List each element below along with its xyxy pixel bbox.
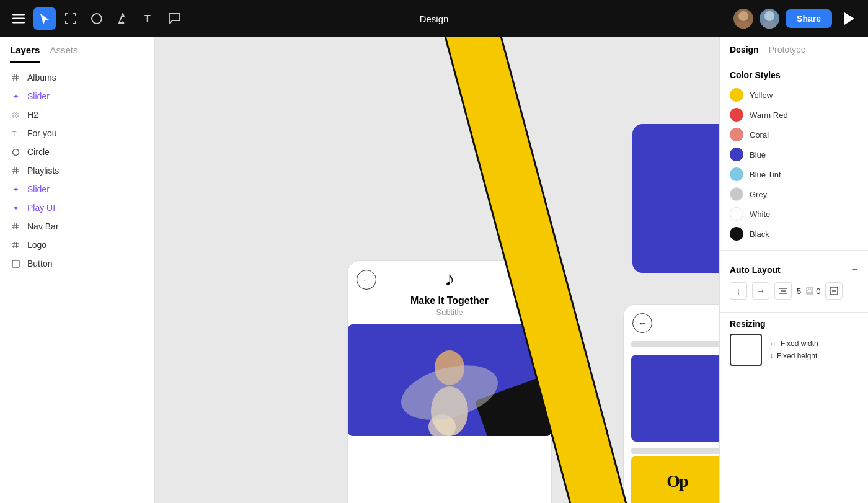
tab-assets[interactable]: Assets bbox=[50, 45, 78, 63]
al-align-icon[interactable] bbox=[774, 282, 792, 300]
comment-tool[interactable] bbox=[164, 7, 186, 30]
toolbar-right: Share bbox=[733, 7, 861, 30]
layer-for-you[interactable]: T For you bbox=[0, 124, 154, 143]
album-art-right-wrapper: ▶ bbox=[631, 355, 719, 442]
frame-tool[interactable] bbox=[60, 7, 82, 30]
resizing-content: ↔ Fixed width ↕ Fixed height bbox=[730, 334, 858, 366]
al-arrow-right[interactable]: → bbox=[752, 282, 769, 300]
circle-tool[interactable] bbox=[86, 7, 108, 30]
color-label-coral: Coral bbox=[750, 130, 769, 140]
layer-for-you-label: For you bbox=[27, 128, 56, 138]
hash-icon-2 bbox=[10, 165, 21, 176]
tab-layers[interactable]: Layers bbox=[10, 45, 40, 63]
pen-tool[interactable] bbox=[112, 7, 134, 30]
mobile-card-right: ← ♪ ▶ Op bbox=[623, 304, 719, 503]
al-wrap-icon[interactable] bbox=[825, 282, 843, 300]
album-art-right: ▶ bbox=[631, 355, 719, 442]
svg-point-8 bbox=[764, 11, 774, 21]
svg-point-3 bbox=[92, 14, 102, 24]
color-row-grey[interactable]: Grey bbox=[720, 184, 868, 204]
layer-nav-bar[interactable]: Nav Bar bbox=[0, 217, 154, 236]
color-row-black[interactable]: Black bbox=[720, 224, 868, 244]
al-gap-number: 5 bbox=[797, 287, 801, 296]
layer-circle[interactable]: Circle bbox=[0, 143, 154, 161]
grey-line-1 bbox=[631, 341, 719, 347]
layer-logo[interactable]: Logo bbox=[0, 236, 154, 254]
layer-albums[interactable]: Albums bbox=[0, 68, 154, 87]
color-row-blue[interactable]: Blue bbox=[720, 145, 868, 164]
small-card-yellow: Op bbox=[631, 456, 719, 503]
main-layout: Layers Assets Albums ✦ Slider H2 bbox=[0, 37, 868, 503]
text-tool[interactable]: T bbox=[138, 7, 160, 30]
swatch-white bbox=[730, 207, 743, 221]
resizing-section: Resizing ↔ Fixed width ↕ Fixed height bbox=[720, 319, 868, 376]
layer-slider-1-label: Slider bbox=[27, 91, 50, 101]
resize-labels: ↔ Fixed width ↕ Fixed height bbox=[769, 339, 818, 360]
color-label-blue-tint: Blue Tint bbox=[750, 170, 781, 179]
svg-line-18 bbox=[16, 112, 17, 118]
menu-icon[interactable] bbox=[7, 7, 30, 30]
al-padding-value: 0 bbox=[806, 287, 820, 296]
background-frame bbox=[632, 124, 719, 273]
tab-prototype[interactable]: Prototype bbox=[769, 45, 806, 61]
fixed-height-row: ↕ Fixed height bbox=[769, 352, 818, 360]
color-row-blue-tint[interactable]: Blue Tint bbox=[720, 164, 868, 184]
hash-icon-4 bbox=[10, 239, 21, 251]
circle-icon bbox=[10, 146, 21, 158]
svg-line-17 bbox=[14, 112, 14, 118]
svg-point-20 bbox=[12, 149, 19, 155]
back-button-left[interactable]: ← bbox=[356, 270, 376, 290]
auto-layout-header: Auto Layout − bbox=[720, 257, 868, 280]
auto-layout-collapse[interactable]: − bbox=[851, 263, 858, 276]
svg-rect-0 bbox=[12, 14, 25, 16]
panel-tabs: Layers Assets bbox=[0, 37, 154, 63]
layer-playlists[interactable]: Playlists bbox=[0, 161, 154, 180]
canvas[interactable]: Headline NEW! bbox=[155, 37, 719, 503]
play-button[interactable] bbox=[838, 7, 861, 30]
layer-slider-1[interactable]: ✦ Slider bbox=[0, 87, 154, 105]
svg-line-27 bbox=[14, 223, 14, 229]
color-row-yellow[interactable]: Yellow bbox=[720, 85, 868, 105]
svg-rect-2 bbox=[12, 22, 25, 24]
swatch-coral bbox=[730, 128, 743, 141]
color-row-coral[interactable]: Coral bbox=[720, 125, 868, 145]
select-tool[interactable] bbox=[33, 7, 56, 30]
swatch-yellow bbox=[730, 88, 743, 102]
color-label-blue: Blue bbox=[750, 150, 766, 159]
right-panel: Design Prototype Color Styles Yellow War… bbox=[719, 37, 868, 503]
share-button[interactable]: Share bbox=[786, 9, 832, 28]
right-panel-tabs: Design Prototype bbox=[720, 37, 868, 61]
color-label-yellow: Yellow bbox=[750, 91, 773, 100]
svg-line-32 bbox=[16, 242, 17, 248]
svg-text:T: T bbox=[12, 130, 17, 138]
color-label-warm-red: Warm Red bbox=[750, 110, 788, 120]
color-row-white[interactable]: White bbox=[720, 204, 868, 224]
auto-layout-controls: ↓ → 5 0 bbox=[720, 280, 868, 306]
grey-line-2 bbox=[631, 448, 719, 454]
hash-dashed-icon bbox=[10, 109, 21, 120]
back-button-right[interactable]: ← bbox=[632, 313, 652, 333]
color-row-warm-red[interactable]: Warm Red bbox=[720, 105, 868, 125]
color-styles-title: Color Styles bbox=[720, 61, 868, 85]
layer-playlists-label: Playlists bbox=[27, 166, 59, 176]
svg-line-14 bbox=[16, 74, 17, 81]
svg-line-31 bbox=[14, 242, 14, 248]
layer-h2[interactable]: H2 bbox=[0, 105, 154, 124]
al-gap-value: 5 bbox=[797, 287, 801, 296]
layer-h2-label: H2 bbox=[27, 110, 38, 120]
canvas-title: Design bbox=[420, 14, 449, 24]
fixed-width-label: Fixed width bbox=[781, 339, 818, 348]
asterisk-icon-3: ✦ bbox=[10, 202, 21, 213]
small-card-label: Op bbox=[666, 471, 687, 491]
svg-line-13 bbox=[14, 74, 14, 81]
layers-list: Albums ✦ Slider H2 T For you bbox=[0, 63, 154, 503]
layer-button[interactable]: Button bbox=[0, 254, 154, 273]
al-arrow-down[interactable]: ↓ bbox=[730, 282, 747, 300]
tab-design[interactable]: Design bbox=[730, 45, 759, 61]
resizing-title: Resizing bbox=[730, 319, 858, 329]
asterisk-icon-2: ✦ bbox=[10, 184, 21, 195]
auto-layout-title: Auto Layout bbox=[730, 265, 781, 275]
layer-play-ui[interactable]: ✦ Play UI bbox=[0, 198, 154, 217]
layer-slider-2[interactable]: ✦ Slider bbox=[0, 180, 154, 198]
svg-marker-10 bbox=[844, 12, 854, 25]
